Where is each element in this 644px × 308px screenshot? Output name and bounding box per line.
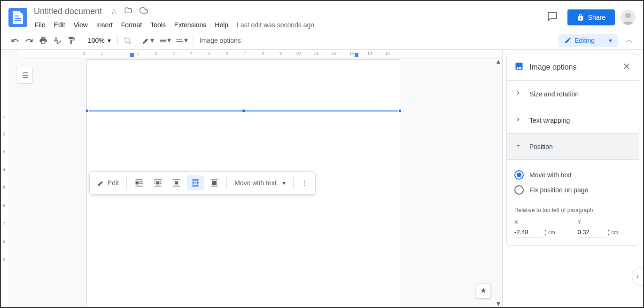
collapse-toolbar-button[interactable]: ︿ (622, 32, 636, 48)
svg-rect-17 (155, 186, 162, 187)
svg-rect-12 (136, 186, 143, 187)
image-icon (514, 62, 524, 73)
toolbar-separator (293, 177, 294, 189)
svg-rect-18 (156, 182, 160, 185)
relative-to-label: Relative to top left of paragraph (514, 207, 631, 213)
svg-rect-22 (160, 183, 162, 184)
zoom-dropdown[interactable]: 100% ▾ (84, 35, 115, 46)
vertical-ruler[interactable]: 1 2 3 4 5 6 7 8 9 (1, 57, 8, 307)
svg-rect-31 (211, 186, 218, 187)
menu-insert[interactable]: Insert (93, 19, 116, 31)
section-text-wrapping[interactable]: Text wrapping (507, 107, 639, 133)
svg-rect-20 (160, 182, 162, 182)
wrap-front-button[interactable] (206, 175, 223, 190)
svg-point-0 (625, 13, 631, 18)
paint-format-button[interactable] (65, 33, 78, 47)
svg-rect-25 (175, 182, 178, 185)
border-color-button[interactable]: ▾ (140, 33, 156, 47)
left-indent-marker[interactable] (130, 53, 134, 57)
more-options-button[interactable]: ⋮ (297, 176, 311, 190)
image-options-label[interactable]: Image options (196, 37, 245, 44)
comment-history-icon[interactable] (543, 7, 562, 28)
svg-rect-3 (180, 39, 182, 40)
vertical-scrollbar[interactable]: ▴ ▾ (495, 57, 502, 307)
right-indent-marker[interactable] (355, 53, 358, 57)
user-avatar[interactable] (621, 10, 636, 25)
svg-rect-11 (136, 180, 143, 181)
resize-handle-tl[interactable] (85, 109, 89, 112)
panel-title: Image options (529, 63, 616, 71)
move-with-text-dropdown[interactable]: Move with text ▾ (231, 176, 289, 190)
document-title[interactable]: Untitled document (31, 6, 105, 17)
toolbar-separator (117, 36, 118, 45)
svg-rect-19 (155, 182, 156, 182)
border-dash-button[interactable]: ▾ (174, 33, 190, 47)
radio-unchecked-icon (514, 185, 524, 195)
radio-move-with-text[interactable]: Move with text (514, 167, 631, 182)
share-button[interactable]: Share (567, 9, 615, 25)
section-position[interactable]: Position (507, 133, 639, 159)
edit-image-button[interactable]: Edit (93, 176, 123, 190)
editing-mode-dropdown[interactable]: Editing ▾ (559, 34, 618, 47)
svg-rect-2 (178, 39, 180, 40)
svg-rect-16 (155, 180, 162, 181)
svg-rect-13 (136, 182, 139, 185)
wrap-inline-button[interactable] (131, 175, 147, 190)
horizontal-ruler[interactable]: 2 1 1 2 3 4 5 6 7 8 9 10 11 12 13 14 15 (17, 50, 502, 57)
menu-extensions[interactable]: Extensions (171, 19, 210, 31)
resize-handle-tr[interactable] (398, 109, 402, 112)
toolbar-separator (193, 36, 193, 45)
radio-fix-position[interactable]: Fix position on page (514, 182, 631, 197)
close-panel-button[interactable] (622, 62, 631, 73)
resize-handle-tm[interactable] (242, 109, 245, 112)
chevron-down-icon (514, 142, 522, 151)
share-label: Share (588, 14, 605, 21)
menu-file[interactable]: File (31, 19, 49, 31)
redo-button[interactable] (23, 33, 36, 47)
border-weight-button[interactable]: ▾ (157, 33, 173, 47)
x-unit: cm (548, 229, 555, 235)
menu-view[interactable]: View (70, 19, 92, 31)
x-label: X (514, 219, 568, 225)
menu-help[interactable]: Help (211, 19, 232, 31)
x-position-input[interactable] (514, 227, 543, 238)
menu-tools[interactable]: Tools (147, 19, 170, 31)
menu-format[interactable]: Format (117, 19, 146, 31)
docs-logo[interactable] (8, 8, 27, 27)
scroll-up-button[interactable]: ▴ (495, 57, 502, 65)
selected-image[interactable] (87, 111, 400, 111)
svg-rect-24 (173, 186, 180, 187)
svg-rect-23 (173, 180, 180, 181)
cloud-status-icon[interactable] (138, 4, 150, 18)
star-icon[interactable]: ☆ (109, 5, 119, 18)
svg-rect-32 (212, 181, 217, 185)
toolbar-separator (126, 177, 127, 189)
wrap-text-button[interactable] (149, 175, 166, 190)
wrap-behind-button[interactable] (187, 175, 204, 190)
svg-rect-15 (140, 183, 143, 184)
toolbar-separator (81, 36, 81, 45)
toolbar-separator (226, 177, 227, 189)
svg-rect-14 (140, 182, 143, 182)
crop-image-button[interactable] (121, 33, 134, 47)
scroll-down-button[interactable]: ▾ (495, 300, 502, 307)
svg-rect-4 (176, 41, 183, 42)
section-size-rotation[interactable]: Size and rotation (507, 80, 639, 107)
explore-button[interactable] (476, 284, 491, 299)
chevron-right-icon (514, 89, 522, 98)
y-position-input[interactable] (578, 227, 606, 238)
radio-checked-icon (514, 170, 524, 180)
toolbar-separator (137, 36, 137, 45)
y-stepper[interactable]: ▴▾ (608, 228, 610, 237)
show-outline-button[interactable] (16, 67, 33, 84)
svg-rect-30 (211, 180, 218, 181)
wrap-break-button[interactable] (168, 175, 185, 190)
undo-button[interactable] (8, 33, 22, 47)
y-unit: cm (612, 229, 619, 235)
move-folder-icon[interactable] (123, 5, 134, 18)
x-stepper[interactable]: ▴▾ (544, 228, 546, 237)
spellcheck-button[interactable] (51, 33, 64, 47)
last-edit-link[interactable]: Last edit was seconds ago (237, 21, 314, 29)
menu-edit[interactable]: Edit (50, 19, 69, 31)
print-button[interactable] (37, 33, 50, 47)
